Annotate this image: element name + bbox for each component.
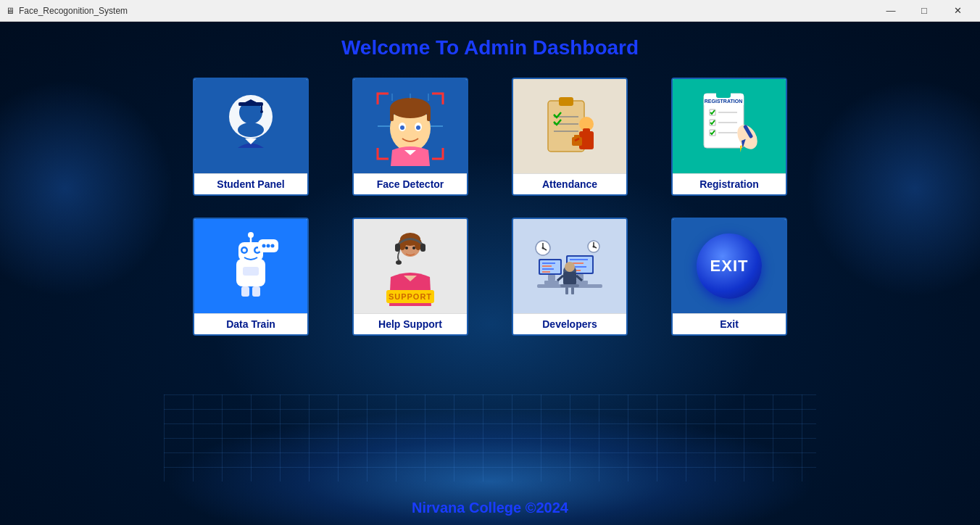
bg-grid <box>164 394 816 481</box>
registration-icon: REGISTRATION <box>689 86 769 166</box>
app-icon: 🖥 <box>6 6 14 16</box>
face-detector-label: Face Detector <box>354 173 467 194</box>
data-train-icon <box>211 226 291 306</box>
app-title: Face_Recogonition_System <box>19 6 128 16</box>
data-train-label: Data Train <box>194 313 307 334</box>
svg-point-70 <box>405 247 408 249</box>
svg-rect-78 <box>544 281 559 284</box>
svg-point-14 <box>416 125 420 130</box>
help-support-image: SUPPORT <box>352 219 468 313</box>
svg-point-53 <box>243 249 246 252</box>
face-detector-icon <box>370 86 450 166</box>
svg-rect-9 <box>390 108 394 121</box>
svg-rect-67 <box>395 244 400 252</box>
developers-icon <box>530 226 610 306</box>
face-detector-card[interactable]: Face Detector <box>352 78 468 196</box>
svg-point-2 <box>238 123 264 137</box>
svg-point-102 <box>542 247 544 249</box>
student-icon <box>211 86 291 166</box>
registration-card[interactable]: REGISTRATION <box>671 78 787 196</box>
svg-point-8 <box>390 98 431 118</box>
svg-rect-28 <box>583 128 590 134</box>
svg-point-6 <box>260 110 263 113</box>
attendance-card[interactable]: Attendance <box>512 78 628 196</box>
main-background: Welcome To Admin Dashboard <box>0 22 980 525</box>
svg-point-106 <box>593 246 595 248</box>
face-detector-image <box>352 79 468 173</box>
svg-rect-96 <box>571 287 574 294</box>
developers-card[interactable]: Developers <box>512 218 628 336</box>
svg-point-13 <box>400 125 404 130</box>
student-panel-image <box>193 79 309 173</box>
developers-label: Developers <box>513 313 626 334</box>
svg-rect-93 <box>563 272 576 285</box>
data-train-image <box>193 219 309 313</box>
svg-text:SUPPORT: SUPPORT <box>389 292 432 301</box>
minimize-button[interactable]: — <box>874 0 908 22</box>
data-train-card[interactable]: Data Train <box>193 218 309 336</box>
titlebar-controls: — □ ✕ <box>874 0 974 22</box>
svg-rect-60 <box>243 267 259 276</box>
exit-circle: EXIT <box>697 233 762 299</box>
attendance-icon <box>530 86 610 166</box>
cards-grid: Student Panel <box>0 78 980 336</box>
developers-image <box>512 219 628 313</box>
attendance-label: Attendance <box>513 173 626 194</box>
registration-image: REGISTRATION <box>671 79 787 173</box>
titlebar: 🖥 Face_Recogonition_System — □ ✕ <box>0 0 980 22</box>
svg-text:REGISTRATION: REGISTRATION <box>705 99 742 104</box>
svg-rect-68 <box>420 244 425 252</box>
svg-point-50 <box>248 232 254 238</box>
registration-label: Registration <box>673 173 786 194</box>
svg-rect-22 <box>559 97 573 106</box>
help-support-card[interactable]: SUPPORT Help Support <box>352 218 468 336</box>
svg-rect-62 <box>252 286 260 297</box>
exit-label: Exit <box>673 313 786 334</box>
svg-rect-30 <box>574 135 580 139</box>
svg-point-58 <box>271 244 275 248</box>
maximize-button[interactable]: □ <box>908 0 941 22</box>
svg-rect-10 <box>427 108 431 121</box>
svg-rect-95 <box>565 287 568 294</box>
svg-point-56 <box>262 244 266 248</box>
svg-point-69 <box>396 260 402 265</box>
student-panel-label: Student Panel <box>194 173 307 194</box>
svg-line-97 <box>557 276 563 281</box>
svg-rect-36 <box>716 91 731 98</box>
footer: Nirvana College ©2024 <box>0 500 980 516</box>
exit-card[interactable]: EXIT Exit <box>671 218 787 336</box>
svg-rect-94 <box>560 284 579 287</box>
footer-text: Nirvana College ©2024 <box>412 500 568 516</box>
attendance-image <box>512 79 628 173</box>
titlebar-left: 🖥 Face_Recogonition_System <box>6 6 128 16</box>
page-title: Welcome To Admin Dashboard <box>0 22 980 70</box>
svg-rect-61 <box>241 286 249 297</box>
student-panel-card[interactable]: Student Panel <box>193 78 309 196</box>
close-button[interactable]: ✕ <box>941 0 974 22</box>
svg-point-71 <box>412 247 415 249</box>
svg-point-57 <box>267 244 270 248</box>
svg-point-92 <box>565 262 575 272</box>
help-support-label: Help Support <box>354 313 467 334</box>
exit-image: EXIT <box>671 219 787 313</box>
help-support-icon: SUPPORT <box>370 226 450 306</box>
svg-rect-77 <box>548 275 555 281</box>
